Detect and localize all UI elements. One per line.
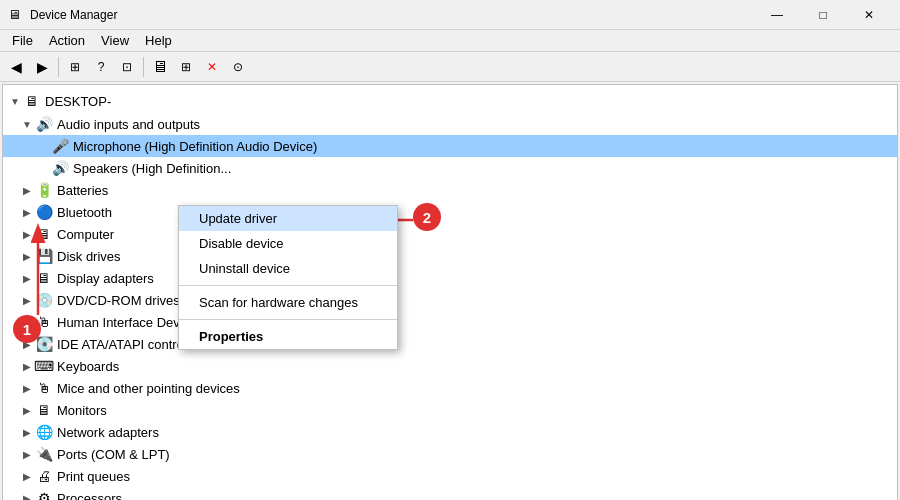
toolbar: ◀ ▶ ⊞ ? ⊡ 🖥 ⊞ ✕ ⊙ [0,52,900,82]
context-menu-properties[interactable]: Properties [179,324,397,349]
microphone-label: Microphone (High Definition Audio Device… [73,139,317,154]
expand-button[interactable]: ⊞ [174,55,198,79]
context-menu-update-driver[interactable]: Update driver [179,206,397,231]
scan-button[interactable]: ⊡ [115,55,139,79]
properties-label: Properties [199,329,263,344]
minimize-button[interactable]: — [754,0,800,30]
speakers-label: Speakers (High Definition... [73,161,231,176]
tree-item-dvd[interactable]: ▶ 💿 DVD/CD-ROM drives [3,289,897,311]
keyboards-arrow[interactable]: ▶ [19,361,35,372]
root-collapse-arrow[interactable]: ▼ [7,96,23,107]
tree-root[interactable]: ▼ 🖥 DESKTOP- [3,89,897,113]
display-icon: 🖥 [35,269,53,287]
tree-item-network[interactable]: ▶ 🌐 Network adapters [3,421,897,443]
bluetooth-icon: 🔵 [35,203,53,221]
title-bar-left: 🖥 Device Manager [8,7,117,23]
monitors-label: Monitors [57,403,107,418]
title-bar-title: Device Manager [30,8,117,22]
ports-arrow[interactable]: ▶ [19,449,35,460]
tree-item-batteries[interactable]: ▶ 🔋 Batteries [3,179,897,201]
forward-button[interactable]: ▶ [30,55,54,79]
tree-item-computer[interactable]: ▶ 🖥 Computer [3,223,897,245]
title-bar-controls: — □ ✕ [754,0,892,30]
update-driver-label: Update driver [199,211,277,226]
update-button[interactable]: ⊙ [226,55,250,79]
app-icon: 🖥 [8,7,24,23]
tree-item-hid[interactable]: ▶ 🖱 Human Interface Devices [3,311,897,333]
tree-item-monitors[interactable]: ▶ 🖥 Monitors [3,399,897,421]
tree-item-disk[interactable]: ▶ 💾 Disk drives [3,245,897,267]
close-button[interactable]: ✕ [846,0,892,30]
speakers-icon: 🔊 [51,159,69,177]
tree-item-speakers[interactable]: 🔊 Speakers (High Definition... [3,157,897,179]
context-menu-disable[interactable]: Disable device [179,231,397,256]
ports-icon: 🔌 [35,445,53,463]
monitors-arrow[interactable]: ▶ [19,405,35,416]
audio-arrow[interactable]: ▼ [19,119,35,130]
mice-label: Mice and other pointing devices [57,381,240,396]
dvd-icon: 💿 [35,291,53,309]
batteries-arrow[interactable]: ▶ [19,185,35,196]
display-label: Display adapters [57,271,154,286]
back-button[interactable]: ◀ [4,55,28,79]
keyboards-icon: ⌨ [35,357,53,375]
tree-item-mice[interactable]: ▶ 🖱 Mice and other pointing devices [3,377,897,399]
batteries-icon: 🔋 [35,181,53,199]
context-menu-scan[interactable]: Scan for hardware changes [179,290,397,315]
processors-icon: ⚙ [35,489,53,500]
ports-label: Ports (COM & LPT) [57,447,170,462]
print-arrow[interactable]: ▶ [19,471,35,482]
maximize-button[interactable]: □ [800,0,846,30]
bluetooth-label: Bluetooth [57,205,112,220]
uninstall-label: Uninstall device [199,261,290,276]
title-bar: 🖥 Device Manager — □ ✕ [0,0,900,30]
display-arrow[interactable]: ▶ [19,273,35,284]
menu-file[interactable]: File [4,31,41,50]
computer2-icon: 🖥 [35,225,53,243]
network-icon: 🌐 [35,423,53,441]
disk-label: Disk drives [57,249,121,264]
device-tree[interactable]: ▼ 🖥 DESKTOP- ▼ 🔊 Audio inputs and output… [3,85,897,500]
help-button[interactable]: ? [89,55,113,79]
mice-icon: 🖱 [35,379,53,397]
print-label: Print queues [57,469,130,484]
bluetooth-arrow[interactable]: ▶ [19,207,35,218]
root-label: DESKTOP- [45,94,111,109]
disk-arrow[interactable]: ▶ [19,251,35,262]
context-menu: Update driver Disable device Uninstall d… [178,205,398,350]
tree-item-display[interactable]: ▶ 🖥 Display adapters [3,267,897,289]
disk-icon: 💾 [35,247,53,265]
tree-item-print[interactable]: ▶ 🖨 Print queues [3,465,897,487]
context-menu-uninstall[interactable]: Uninstall device [179,256,397,281]
menu-view[interactable]: View [93,31,137,50]
tree-item-microphone[interactable]: 🎤 Microphone (High Definition Audio Devi… [3,135,897,157]
keyboards-label: Keyboards [57,359,119,374]
dvd-label: DVD/CD-ROM drives [57,293,180,308]
processors-arrow[interactable]: ▶ [19,493,35,501]
computer-arrow[interactable]: ▶ [19,229,35,240]
tree-item-ide[interactable]: ▶ 💽 IDE ATA/ATAPI controllers [3,333,897,355]
context-menu-sep-2 [179,319,397,320]
processors-label: Processors [57,491,122,501]
remove-button[interactable]: ✕ [200,55,224,79]
tree-item-bluetooth[interactable]: ▶ 🔵 Bluetooth [3,201,897,223]
disable-label: Disable device [199,236,284,251]
properties-button[interactable]: ⊞ [63,55,87,79]
context-menu-sep-1 [179,285,397,286]
tree-item-processors[interactable]: ▶ ⚙ Processors [3,487,897,500]
main-content: ▼ 🖥 DESKTOP- ▼ 🔊 Audio inputs and output… [2,84,898,500]
network-label: Network adapters [57,425,159,440]
menu-bar: File Action View Help [0,30,900,52]
badge-2: 2 [413,203,441,231]
monitor-button[interactable]: 🖥 [148,55,172,79]
print-icon: 🖨 [35,467,53,485]
menu-action[interactable]: Action [41,31,93,50]
tree-item-keyboards[interactable]: ▶ ⌨ Keyboards [3,355,897,377]
mice-arrow[interactable]: ▶ [19,383,35,394]
menu-help[interactable]: Help [137,31,180,50]
tree-item-ports[interactable]: ▶ 🔌 Ports (COM & LPT) [3,443,897,465]
microphone-icon: 🎤 [51,137,69,155]
network-arrow[interactable]: ▶ [19,427,35,438]
tree-item-audio[interactable]: ▼ 🔊 Audio inputs and outputs [3,113,897,135]
dvd-arrow[interactable]: ▶ [19,295,35,306]
